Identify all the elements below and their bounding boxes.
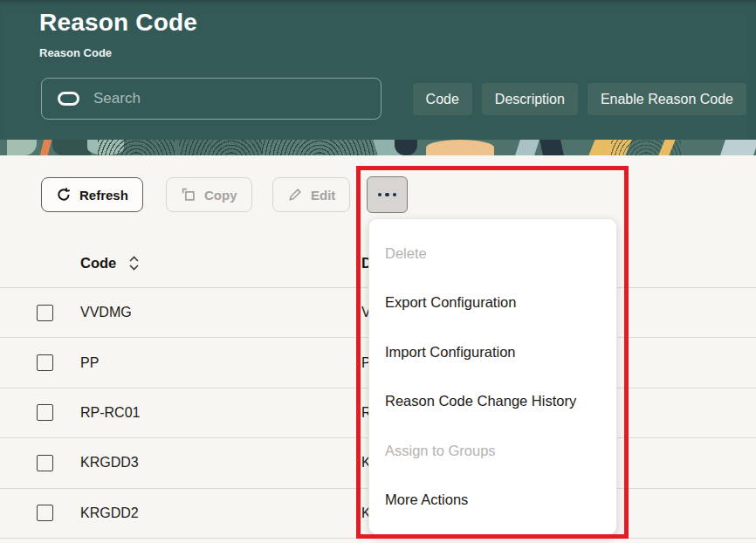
code-cell: RP-RC01 xyxy=(80,405,140,421)
menu-item-delete[interactable]: Delete xyxy=(369,229,616,278)
more-actions-button[interactable] xyxy=(367,176,408,213)
refresh-button[interactable]: Refresh xyxy=(41,177,143,212)
refresh-label: Refresh xyxy=(79,188,128,203)
copy-icon xyxy=(181,187,196,203)
code-filter-button[interactable]: Code xyxy=(413,83,472,115)
edit-icon xyxy=(287,187,303,203)
edit-button[interactable]: Edit xyxy=(272,177,350,212)
breadcrumb: Reason Code xyxy=(39,46,112,59)
row-checkbox[interactable] xyxy=(37,455,53,471)
header-filter-buttons: Code Description Enable Reason Code xyxy=(413,83,746,115)
code-cell: VVDMG xyxy=(80,305,132,320)
code-cell: KRGDD2 xyxy=(80,505,139,521)
menu-item-import-configuration[interactable]: Import Configuration xyxy=(369,327,616,377)
row-checkbox[interactable] xyxy=(37,404,53,421)
decorative-band xyxy=(0,140,756,155)
copy-label: Copy xyxy=(204,188,237,203)
page-header: Reason Code Reason Code Code Description… xyxy=(0,0,756,140)
row-checkbox[interactable] xyxy=(37,305,53,321)
menu-item-assign-to-groups[interactable]: Assign to Groups xyxy=(369,426,616,476)
search-icon xyxy=(58,92,79,106)
sort-icon[interactable] xyxy=(128,255,140,272)
menu-item-export-configuration[interactable]: Export Configuration xyxy=(369,278,616,328)
reason-code-page: Reason Code Reason Code Code Description… xyxy=(0,0,756,543)
code-column-label: Code xyxy=(80,255,116,272)
edit-label: Edit xyxy=(311,188,335,203)
row-checkbox[interactable] xyxy=(37,354,53,371)
refresh-icon xyxy=(56,187,72,203)
search-input[interactable] xyxy=(79,90,381,107)
copy-button[interactable]: Copy xyxy=(166,177,252,212)
code-cell: KRGDD3 xyxy=(80,455,139,471)
search-box[interactable] xyxy=(41,78,381,120)
description-filter-button[interactable]: Description xyxy=(482,83,578,115)
actions-dropdown-menu: Delete Export Configuration Import Confi… xyxy=(368,218,617,535)
page-title: Reason Code xyxy=(39,9,197,37)
menu-item-reason-code-change-history[interactable]: Reason Code Change History xyxy=(369,377,616,427)
enable-reason-code-button[interactable]: Enable Reason Code xyxy=(588,83,746,115)
code-cell: PP xyxy=(80,355,99,371)
code-column-header[interactable]: Code xyxy=(80,238,140,288)
row-checkbox[interactable] xyxy=(37,505,53,521)
menu-item-more-actions[interactable]: More Actions xyxy=(369,476,616,526)
ellipsis-icon xyxy=(378,193,382,197)
